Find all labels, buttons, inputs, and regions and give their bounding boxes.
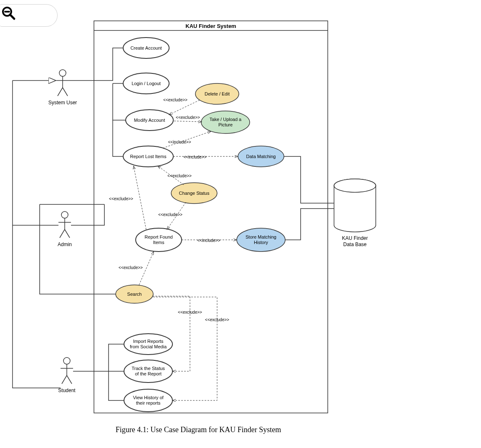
svg-text:<<exclude>>: <<exclude>> <box>178 310 202 315</box>
svg-text:<<exclude>>: <<exclude>> <box>167 174 192 178</box>
actor-admin: Admin <box>58 211 72 247</box>
svg-text:Change Status: Change Status <box>179 191 210 196</box>
svg-point-4 <box>59 70 66 76</box>
rel-found-lost <box>134 166 146 229</box>
rel-modify-upload <box>174 121 202 122</box>
actor-system-user: System User <box>48 70 77 106</box>
svg-text:Delete / Edit: Delete / Edit <box>205 91 230 96</box>
svg-line-20 <box>67 375 72 384</box>
svg-text:Data Matching: Data Matching <box>246 154 276 159</box>
svg-text:Picture: Picture <box>218 122 233 127</box>
svg-text:<<exclude>>: <<exclude>> <box>163 98 187 102</box>
svg-text:Data Base: Data Base <box>343 242 367 247</box>
svg-line-19 <box>62 375 67 384</box>
figure-caption: Figure 4.1: Use Case Diagram for KAU Fin… <box>0 425 397 434</box>
svg-text:<<exclude>>: <<exclude>> <box>119 265 143 270</box>
svg-text:Report Lost Items: Report Lost Items <box>130 154 167 159</box>
svg-text:<<exclude>>: <<exclude>> <box>158 212 182 217</box>
svg-text:Create Account: Create Account <box>130 45 162 50</box>
rel-modify-delete <box>169 100 200 115</box>
svg-text:Report Found: Report Found <box>144 234 172 239</box>
svg-text:Search: Search <box>127 292 142 297</box>
svg-text:<<exclude>>: <<exclude>> <box>176 115 200 120</box>
svg-text:History: History <box>254 240 268 245</box>
svg-line-14 <box>65 229 70 238</box>
svg-text:Import Reports: Import Reports <box>133 339 164 344</box>
svg-text:Student: Student <box>58 388 76 393</box>
svg-text:Modify Account: Modify Account <box>134 118 165 123</box>
svg-text:from Social Media: from Social Media <box>130 344 167 349</box>
assoc-student-history <box>109 371 124 400</box>
svg-text:Login / Logout: Login / Logout <box>132 81 161 86</box>
rel-datamatch-db <box>284 156 334 203</box>
assoc-sysuser-reportlost <box>113 120 123 156</box>
svg-text:View History of: View History of <box>133 395 164 400</box>
actor-student: Student <box>58 357 76 393</box>
svg-line-7 <box>58 88 63 96</box>
svg-text:their reports: their reports <box>136 400 161 405</box>
gen-line <box>13 81 61 388</box>
svg-text:<<exclude>>: <<exclude>> <box>109 196 133 201</box>
assoc-sysuser-modify <box>113 83 126 120</box>
svg-text:Admin: Admin <box>58 242 72 247</box>
svg-line-8 <box>63 88 68 96</box>
svg-line-13 <box>60 229 65 238</box>
svg-point-23 <box>334 179 376 192</box>
svg-text:Track the Status: Track the Status <box>132 366 165 371</box>
svg-text:<<include>>: <<include>> <box>197 238 220 243</box>
diagram-canvas: KAU Finder System System User Admin Stud… <box>0 0 481 448</box>
assoc-student-import <box>73 344 124 371</box>
svg-text:Take / Upload a: Take / Upload a <box>210 117 242 122</box>
database-kau-finder: KAU Finder Data Base <box>334 179 376 247</box>
assoc-admin-top <box>71 204 104 225</box>
svg-text:Items: Items <box>153 240 165 245</box>
rel-search-track <box>152 296 190 371</box>
svg-text:KAU Finder: KAU Finder <box>342 235 368 241</box>
system-title: KAU Finder System <box>185 23 236 29</box>
svg-text:Store Matching: Store Matching <box>246 234 276 239</box>
svg-text:System User: System User <box>48 100 77 106</box>
svg-text:<<include>>: <<include>> <box>168 140 191 144</box>
svg-text:<<include>>: <<include>> <box>183 155 206 159</box>
svg-point-10 <box>61 211 68 218</box>
svg-text:<<exclude>>: <<exclude>> <box>205 317 229 322</box>
rel-store-db <box>285 209 334 240</box>
assoc-sysuser-create <box>69 48 123 81</box>
svg-text:of the Report: of the Report <box>135 371 162 376</box>
svg-point-16 <box>63 357 70 364</box>
